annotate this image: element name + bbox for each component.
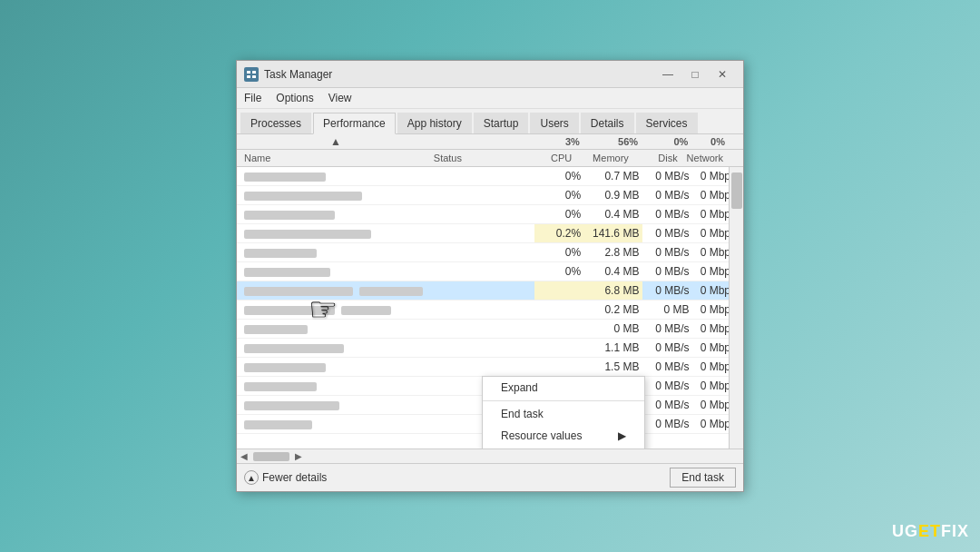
- process-table: 0% 0.7 MB 0 MB/s 0 Mbps 0% 0.9 MB 0 MB/s…: [237, 167, 743, 448]
- disk-stat: 0%: [642, 134, 691, 149]
- table-row[interactable]: 0% 0.9 MB 0 MB/s 0 Mbps: [237, 186, 743, 205]
- table-header: Name Status CPU Memory Disk Network: [237, 150, 743, 167]
- maximize-button[interactable]: □: [681, 65, 709, 84]
- cell-memory: 0 MB: [584, 320, 642, 338]
- table-row[interactable]: 0.2 MB 0 MB 0 Mbps: [237, 301, 743, 320]
- network-stat: 0%: [691, 134, 743, 149]
- table-row[interactable]: 0 MB 0 MB/s 0 Mbps: [237, 320, 743, 339]
- col-header-network[interactable]: Network: [681, 150, 730, 166]
- svg-rect-0: [247, 71, 250, 74]
- h-scrollbar-thumb[interactable]: [253, 452, 289, 461]
- cell-memory: 141.6 MB: [584, 224, 642, 242]
- cell-disk: 0 MB/s: [642, 224, 692, 242]
- cell-disk: 0 MB/s: [642, 358, 692, 376]
- fewer-details-label: Fewer details: [262, 471, 327, 484]
- horizontal-scrollbar[interactable]: ◀ ▶: [237, 448, 743, 463]
- menu-options[interactable]: Options: [269, 90, 320, 106]
- tab-users[interactable]: Users: [530, 113, 578, 133]
- cell-disk: 0 MB/s: [642, 186, 692, 204]
- cell-disk: 0 MB/s: [642, 415, 692, 433]
- memory-stat: 56%: [583, 134, 642, 149]
- cell-name: [237, 377, 436, 395]
- scroll-right-arrow[interactable]: ▶: [293, 451, 304, 461]
- cell-disk: 0 MB/s: [642, 377, 692, 395]
- col-header-status[interactable]: Status: [430, 150, 527, 166]
- table-row[interactable]: 0.2% 141.6 MB 0 MB/s 0 Mbps: [237, 224, 743, 243]
- footer: ▲ Fewer details End task: [237, 463, 743, 491]
- ctx-item-expand[interactable]: Expand: [483, 377, 644, 399]
- cell-status: [436, 339, 534, 357]
- cell-status: [436, 224, 534, 242]
- table-row[interactable]: 0% 0.4 MB 0 MB/s 0 Mbps: [237, 205, 743, 224]
- window-icon: [244, 67, 259, 82]
- col-header-cpu[interactable]: CPU: [526, 150, 575, 166]
- cell-memory: 0.4 MB: [584, 205, 642, 223]
- cell-disk: 0 MB: [642, 301, 692, 319]
- titlebar: Task Manager — □ ✕: [237, 61, 743, 88]
- cell-memory: 1.1 MB: [584, 339, 642, 357]
- cell-memory: 2.8 MB: [584, 243, 642, 261]
- cell-cpu: [534, 281, 584, 300]
- table-row[interactable]: 1.5 MB 0 MB/s 0 Mbps: [237, 358, 743, 377]
- col-header-name[interactable]: Name: [237, 150, 430, 166]
- ugfix-logo: UGETFIX: [892, 522, 969, 541]
- ctx-label: Expand: [501, 381, 538, 394]
- ctx-item-provide-feedback[interactable]: Provide feedback: [483, 447, 644, 448]
- table-row[interactable]: 1.1 MB 0 MB/s 0 Mbps: [237, 339, 743, 358]
- cell-status: [436, 262, 534, 281]
- fewer-details-button[interactable]: ▲ Fewer details: [244, 470, 327, 485]
- ctx-item-resource-values[interactable]: Resource values▶: [483, 425, 644, 447]
- submenu-arrow: ▶: [618, 429, 626, 442]
- cell-name: [237, 186, 436, 204]
- table-row[interactable]: 0% 0.7 MB 0 MB/s 0 Mbps: [237, 167, 743, 186]
- cell-cpu: [534, 358, 584, 376]
- ctx-item-end-task[interactable]: End task: [483, 403, 644, 425]
- end-task-button[interactable]: End task: [670, 468, 736, 488]
- tab-processes[interactable]: Processes: [240, 113, 311, 133]
- cell-memory: 0.7 MB: [584, 167, 642, 185]
- cell-cpu: 0%: [534, 243, 584, 261]
- cell-cpu: 0%: [534, 262, 584, 281]
- cell-status: [436, 301, 534, 319]
- table-row[interactable]: 0% 0.4 MB 0 MB/s 0 Mbps: [237, 262, 743, 281]
- close-button[interactable]: ✕: [709, 65, 736, 84]
- tab-startup[interactable]: Startup: [474, 113, 529, 133]
- tab-app-history[interactable]: App history: [397, 113, 472, 133]
- scrollbar-thumb[interactable]: [731, 172, 742, 209]
- cell-status: [436, 281, 534, 300]
- cell-memory: 1.5 MB: [584, 358, 642, 376]
- cell-cpu: 0.2%: [534, 224, 584, 242]
- scroll-left-arrow[interactable]: ◀: [239, 451, 250, 461]
- cell-cpu: [534, 301, 584, 319]
- svg-rect-2: [247, 75, 250, 78]
- titlebar-controls: — □ ✕: [654, 65, 736, 84]
- vertical-scrollbar[interactable]: [729, 167, 743, 448]
- col-header-disk[interactable]: Disk: [632, 150, 681, 166]
- tabs-bar: Processes Performance App history Startu…: [237, 109, 743, 134]
- cell-memory: 0.4 MB: [584, 262, 642, 281]
- cell-name: [237, 167, 436, 185]
- table-row[interactable]: 6.8 MB 0 MB/s 0 Mbps: [237, 281, 743, 301]
- tab-details[interactable]: Details: [581, 113, 634, 133]
- cell-name: [237, 224, 436, 242]
- cell-disk: 0 MB/s: [642, 339, 692, 357]
- svg-rect-3: [252, 75, 256, 78]
- col-header-memory[interactable]: Memory: [575, 150, 632, 166]
- sort-arrow[interactable]: ▲: [330, 135, 341, 148]
- menubar: File Options View: [237, 88, 743, 109]
- context-menu: ExpandEnd taskResource values▶Provide fe…: [482, 376, 645, 448]
- tab-performance[interactable]: Performance: [313, 113, 396, 134]
- cell-disk: 0 MB/s: [642, 281, 692, 300]
- fewer-details-icon: ▲: [244, 470, 259, 485]
- cell-disk: 0 MB/s: [642, 396, 692, 414]
- cell-cpu: 0%: [534, 205, 584, 223]
- cell-name: [237, 358, 436, 376]
- table-row[interactable]: 0% 2.8 MB 0 MB/s 0 Mbps: [237, 243, 743, 262]
- minimize-button[interactable]: —: [654, 65, 681, 84]
- menu-view[interactable]: View: [321, 90, 359, 106]
- cell-status: [436, 167, 534, 185]
- cell-name: [237, 339, 436, 357]
- menu-file[interactable]: File: [237, 90, 269, 106]
- cell-name: [237, 262, 436, 281]
- tab-services[interactable]: Services: [636, 113, 698, 133]
